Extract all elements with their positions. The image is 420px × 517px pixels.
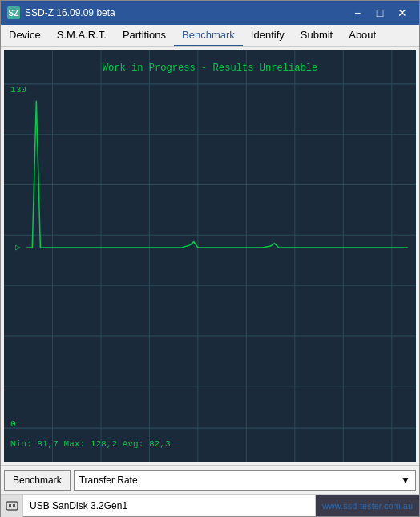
svg-rect-24 [13, 504, 15, 507]
menu-smart[interactable]: S.M.A.R.T. [49, 25, 115, 46]
transfer-rate-dropdown[interactable]: Transfer Rate ▼ [74, 470, 416, 491]
svg-text:Work in Progress - Results Unr: Work in Progress - Results Unreliable [103, 63, 317, 74]
menu-submit[interactable]: Submit [293, 25, 341, 46]
bottom-controls: Benchmark Transfer Rate ▼ [1, 465, 419, 494]
menu-partitions[interactable]: Partitions [115, 25, 174, 46]
usb-icon [5, 499, 19, 513]
dropdown-chevron-icon: ▼ [401, 475, 410, 486]
maximize-button[interactable]: □ [370, 5, 390, 21]
status-icon [1, 495, 23, 517]
title-controls: − □ ✕ [347, 5, 413, 21]
chart-svg: Work in Progress - Results Unreliable 13… [4, 50, 416, 462]
chart-container: Work in Progress - Results Unreliable 13… [4, 50, 416, 462]
benchmark-button[interactable]: Benchmark [4, 470, 71, 491]
svg-text:130: 130 [10, 85, 26, 95]
title-bar-left: SZ SSD-Z 16.09.09 beta [7, 6, 115, 19]
svg-text:▷: ▷ [15, 243, 21, 252]
app-icon: SZ [7, 6, 20, 19]
svg-text:0: 0 [10, 419, 16, 429]
svg-text:Min: 81,7  Max: 128,2  Avg: 82: Min: 81,7 Max: 128,2 Avg: 82,3 [10, 439, 171, 449]
svg-rect-0 [4, 50, 416, 462]
svg-rect-22 [6, 502, 18, 510]
status-bar: USB SanDisk 3.2Gen1 www.ssd-tester.com.a… [1, 494, 419, 516]
menu-device[interactable]: Device [1, 25, 49, 46]
menu-bar: Device S.M.A.R.T. Partitions Benchmark I… [1, 25, 419, 47]
status-device-label: USB SanDisk 3.2Gen1 [23, 495, 316, 516]
status-watermark: www.ssd-tester.com.au [316, 495, 419, 516]
dropdown-value: Transfer Rate [79, 475, 138, 486]
content-area: Work in Progress - Results Unreliable 13… [1, 47, 419, 494]
menu-identify[interactable]: Identify [243, 25, 293, 46]
close-button[interactable]: ✕ [392, 5, 413, 21]
minimize-button[interactable]: − [347, 5, 368, 21]
menu-about[interactable]: About [341, 25, 384, 46]
main-window: SZ SSD-Z 16.09.09 beta − □ ✕ Device S.M.… [0, 0, 420, 517]
title-text: SSD-Z 16.09.09 beta [25, 7, 115, 18]
title-bar: SZ SSD-Z 16.09.09 beta − □ ✕ [1, 1, 419, 25]
svg-rect-23 [9, 504, 11, 507]
menu-benchmark[interactable]: Benchmark [174, 25, 243, 46]
